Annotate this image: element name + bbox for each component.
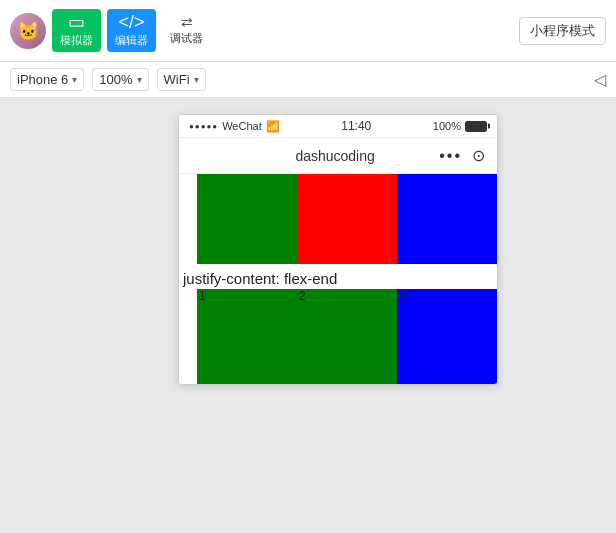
device-bar: iPhone 6 ▾ 100% ▾ WiFi ▾ ◁ xyxy=(0,62,616,98)
numbered-box-1: 1 xyxy=(197,289,297,384)
status-right: 100% xyxy=(433,120,487,132)
phone-container: ●●●●● WeChat 📶 11:40 100% dashucoding ••… xyxy=(0,98,616,533)
mini-program-mode-button[interactable]: 小程序模式 xyxy=(519,17,606,45)
editor-icon: </> xyxy=(118,13,144,31)
carrier-label: WeChat xyxy=(222,120,262,132)
network-chevron-icon: ▾ xyxy=(194,74,199,85)
debugger-icon: ⇄ xyxy=(181,15,193,29)
mini-program-mode-label: 小程序模式 xyxy=(530,23,595,38)
toolbar: 🐱 ▭ 模拟器 </> 编辑器 ⇄ 调试器 小程序模式 xyxy=(0,0,616,62)
nav-title: dashucoding xyxy=(295,148,374,164)
phone-frame: ●●●●● WeChat 📶 11:40 100% dashucoding ••… xyxy=(178,114,498,385)
flex-label: justify-content: flex-end xyxy=(179,264,497,289)
simulator-icon: ▭ xyxy=(68,13,85,31)
device-select[interactable]: iPhone 6 ▾ xyxy=(10,68,84,91)
network-select[interactable]: WiFi ▾ xyxy=(157,68,206,91)
volume-icon[interactable]: ◁ xyxy=(594,70,606,89)
color-box-red xyxy=(297,174,397,264)
numbered-box-2: 2 xyxy=(297,289,397,384)
numbered-box-3: 3 xyxy=(397,289,497,384)
status-left: ●●●●● WeChat 📶 xyxy=(189,120,280,133)
box-number-2: 2 xyxy=(299,289,306,303)
simulator-label: 模拟器 xyxy=(60,33,93,48)
debugger-button[interactable]: ⇄ 调试器 xyxy=(162,11,211,50)
color-box-green-1 xyxy=(197,174,297,264)
battery-icon xyxy=(465,121,487,132)
avatar-image: 🐱 xyxy=(10,13,46,49)
wechat-nav: dashucoding ••• ⊙ xyxy=(179,138,497,174)
flex-section-1 xyxy=(179,174,497,264)
color-box-blue-1 xyxy=(397,174,497,264)
flex-section-2: 1 2 3 xyxy=(179,289,497,384)
device-chevron-icon: ▾ xyxy=(72,74,77,85)
zoom-chevron-icon: ▾ xyxy=(137,74,142,85)
status-time: 11:40 xyxy=(341,119,371,133)
nav-icons[interactable]: ••• ⊙ xyxy=(439,146,485,165)
avatar: 🐱 xyxy=(10,13,46,49)
zoom-select[interactable]: 100% ▾ xyxy=(92,68,148,91)
nav-dots-icon: ••• xyxy=(439,147,462,165)
wifi-icon: 📶 xyxy=(266,120,280,133)
zoom-level: 100% xyxy=(99,72,132,87)
phone-content: justify-content: flex-end 1 2 3 xyxy=(179,174,497,384)
phone-status-bar: ●●●●● WeChat 📶 11:40 100% xyxy=(179,115,497,138)
network-type: WiFi xyxy=(164,72,190,87)
box-number-1: 1 xyxy=(199,289,206,303)
editor-label: 编辑器 xyxy=(115,33,148,48)
signal-dots: ●●●●● xyxy=(189,122,218,131)
nav-record-icon: ⊙ xyxy=(472,146,485,165)
device-name: iPhone 6 xyxy=(17,72,68,87)
debugger-label: 调试器 xyxy=(170,31,203,46)
simulator-button[interactable]: ▭ 模拟器 xyxy=(52,9,101,52)
battery-percent: 100% xyxy=(433,120,461,132)
battery-fill xyxy=(466,122,486,131)
box-number-3: 3 xyxy=(399,289,406,303)
editor-button[interactable]: </> 编辑器 xyxy=(107,9,156,52)
